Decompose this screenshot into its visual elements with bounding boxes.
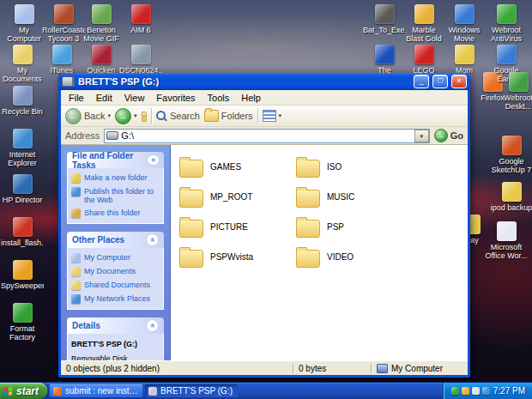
panel-header[interactable]: Other Places« xyxy=(67,232,164,248)
panel-header[interactable]: File and Folder Tasks« xyxy=(67,152,164,168)
marble-blast-gold-icon xyxy=(414,4,434,24)
close-button[interactable]: × xyxy=(451,75,467,88)
search-label: Search xyxy=(170,111,200,121)
desktop-icon-webroot-deskt[interactable]: Webroot Deskt... xyxy=(498,72,532,111)
menu-view[interactable]: View xyxy=(118,93,151,103)
desktop-icon-webroot-antivirus[interactable]: Webroot AntiVirus xyxy=(486,4,527,43)
folder-psp[interactable]: PSP xyxy=(296,212,468,242)
address-label: Address xyxy=(65,130,100,141)
chevron-up-icon[interactable]: « xyxy=(146,319,159,332)
task-link-share-this-folder[interactable]: Share this folder xyxy=(71,209,160,218)
menu-tools[interactable]: Tools xyxy=(202,93,236,103)
desktop-icon-marble-blast-gold[interactable]: Marble Blast Gold xyxy=(403,4,444,43)
up-button[interactable]: ↑ xyxy=(142,111,148,122)
panel-title: File and Folder Tasks xyxy=(72,151,148,170)
folder-mp-root[interactable]: MP_ROOT xyxy=(179,182,296,212)
toolbar-separator xyxy=(257,108,258,124)
folder-music[interactable]: MUSIC xyxy=(296,182,468,212)
desktop-icon-bat-to-exe[interactable]: Bat_To_Exe... xyxy=(364,4,405,34)
address-input[interactable]: G:\ ▾ xyxy=(104,129,429,143)
menu-edit[interactable]: Edit xyxy=(90,93,118,103)
aim-icon xyxy=(131,4,151,24)
folder-pspwvista[interactable]: PSPWvista xyxy=(179,242,296,272)
desktop-icon-install-flash[interactable]: install_flash... xyxy=(2,217,43,247)
task-pane: File and Folder Tasks«Make a new folderP… xyxy=(61,145,171,360)
folder-video[interactable]: VIDEO xyxy=(296,242,468,272)
up-folder-icon: ↑ xyxy=(142,112,148,122)
desktop-icon-itunes[interactable]: iTunes xyxy=(41,45,82,75)
desktop-icon-rollercoaster-tycoon-3[interactable]: RollerCoaster Tycoon 3 xyxy=(43,4,84,43)
task-link-my-network-places[interactable]: My Network Places xyxy=(71,294,160,304)
panel-details: Details«BRETT'S PSP (G:)Removable DiskFi… xyxy=(67,317,164,360)
task-link-my-computer[interactable]: My Computer xyxy=(71,253,160,263)
folder-picture[interactable]: PICTURE xyxy=(179,212,296,242)
tray-volume-icon[interactable] xyxy=(472,387,480,395)
go-button[interactable]: → Go xyxy=(434,129,463,142)
folder-iso[interactable]: ISO xyxy=(296,152,468,182)
maximize-button[interactable]: □ xyxy=(432,75,448,88)
desktop-icon-my-computer[interactable]: My Computer xyxy=(3,4,45,43)
desktop-icon-my-documents[interactable]: My Documents xyxy=(2,45,43,83)
desktop-icon-internet-explorer[interactable]: Internet Explorer xyxy=(2,129,43,167)
taskbar-task-submit-new-instruct[interactable]: submit : new instruct... xyxy=(50,384,142,397)
menu-favorites[interactable]: Favorites xyxy=(150,93,201,103)
drive-task-icon xyxy=(148,387,157,396)
desktop-icon-label: HP Director xyxy=(1,196,44,204)
title-bar[interactable]: BRETT'S PSP (G:) _ □ × xyxy=(58,73,470,90)
removable-drive-icon xyxy=(62,76,75,87)
spysweeper-icon xyxy=(13,260,33,280)
menu-help[interactable]: Help xyxy=(235,93,267,103)
minimize-button[interactable]: _ xyxy=(414,75,429,88)
folders-button[interactable]: Folders xyxy=(204,110,253,122)
toolbar: ← Back ▾ → ▾ ↑ Search Folders xyxy=(61,106,468,127)
task-link-my-documents[interactable]: My Documents xyxy=(71,267,160,276)
back-dropdown-icon[interactable]: ▾ xyxy=(107,112,111,119)
chevron-up-icon[interactable]: « xyxy=(147,154,160,166)
back-label: Back xyxy=(84,111,105,121)
menu-file[interactable]: File xyxy=(63,93,90,103)
desktop-icon-beneton-movie-gif[interactable]: Beneton Movie GIF xyxy=(81,4,122,43)
desktop-icon-label: My Computer xyxy=(3,26,45,43)
tray-shield-icon[interactable] xyxy=(451,387,459,395)
desktop-icon-dscn0624[interactable]: DSCN0624... xyxy=(120,45,161,75)
webroot-antivirus-icon xyxy=(497,4,517,24)
desktop-icon-recycle-bin[interactable]: Recycle Bin xyxy=(2,86,43,116)
desktop-icon-hp-director[interactable]: HP Director xyxy=(2,174,43,204)
task-link-publish-this-folder-to-the-web[interactable]: Publish this folder to the Web xyxy=(71,187,160,204)
desktop-icon-format-factory[interactable]: Format Factory xyxy=(2,303,43,342)
forward-button[interactable]: → ▾ xyxy=(115,108,137,124)
back-button[interactable]: ← Back ▾ xyxy=(65,108,111,124)
my-documents-folder-icon xyxy=(13,45,33,64)
desktop-icon-microsoft-office-wor[interactable]: Microsoft Office Wor... xyxy=(486,221,527,260)
views-button[interactable]: ▾ xyxy=(263,110,282,122)
panel-header[interactable]: Details« xyxy=(67,317,164,334)
taskbar-task-brett-s-psp-g[interactable]: BRETT'S PSP (G:) xyxy=(145,384,238,397)
my-documents-icon xyxy=(71,267,81,276)
desktop-icon-google-sketchup-7[interactable]: Google SketchUp 7 xyxy=(491,136,532,174)
task-link-make-a-new-folder[interactable]: Make a new folder xyxy=(71,173,160,183)
my-computer-icon xyxy=(71,253,81,263)
desktop-icon-ipod-backup[interactable]: ipod backup xyxy=(491,182,532,212)
start-button[interactable]: start xyxy=(0,383,47,399)
windows-logo-icon xyxy=(4,387,8,390)
folder-icon xyxy=(296,250,320,268)
folder-name: PSP xyxy=(327,222,344,232)
tray-update-icon[interactable] xyxy=(462,387,469,395)
folder-name: MUSIC xyxy=(327,192,354,202)
share-folder-icon xyxy=(71,209,81,218)
system-tray: 7:27 PM xyxy=(443,383,532,399)
desktop-icon-label: Format Factory xyxy=(1,324,44,342)
desktop-icon-mom[interactable]: Mom xyxy=(444,45,485,75)
folder-name: PSPWvista xyxy=(210,252,253,262)
search-button[interactable]: Search xyxy=(156,111,200,122)
address-dropdown-button[interactable]: ▾ xyxy=(414,130,429,142)
panel-body: My ComputerMy DocumentsShared DocumentsM… xyxy=(67,248,164,310)
desktop-icon-spysweeper[interactable]: SpySweeper... xyxy=(2,260,43,290)
desktop-icon-windows-movie-maker[interactable]: Windows Movie Maker xyxy=(444,4,485,44)
tray-network-icon[interactable] xyxy=(482,387,490,395)
chevron-up-icon[interactable]: « xyxy=(146,233,159,246)
task-link-shared-documents[interactable]: Shared Documents xyxy=(71,281,160,290)
folder-games[interactable]: GAMES xyxy=(179,152,296,182)
desktop-icon-aim-6[interactable]: AIM 6 xyxy=(120,4,161,34)
forward-dropdown-icon[interactable]: ▾ xyxy=(134,112,137,119)
